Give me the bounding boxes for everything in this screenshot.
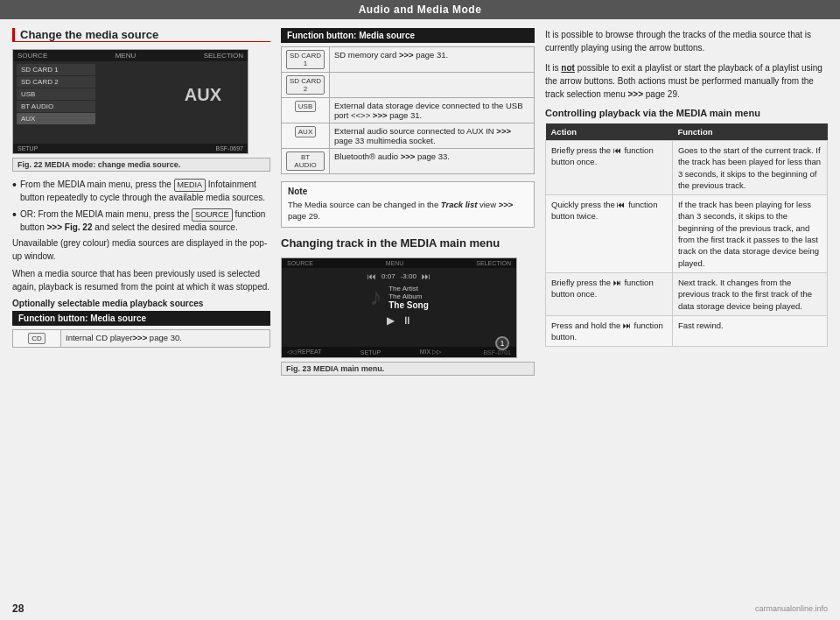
optional-title: Optionally selectable media playback sou… [12, 299, 270, 308]
setup-label-mm: SETUP [360, 349, 381, 356]
controlling-title: Controlling playback via the MEDIA main … [545, 108, 828, 118]
action-4: Press and hold the ⏭ function button. [546, 315, 673, 347]
header-bar: Audio and Media Mode [0, 0, 840, 19]
aux-text: External audio source connected to AUX I… [330, 123, 535, 149]
time-elapsed: 0:07 [382, 272, 396, 280]
media-source-screenshot: SOURCE MENU SELECTION SD CARD 1 SD CARD … [12, 49, 248, 154]
function-header: Function [672, 123, 827, 141]
time-remaining: -3:00 [401, 272, 416, 280]
aux-icon-cell: AUX [282, 123, 330, 149]
source-label: SOURCE [18, 52, 47, 60]
prev-icon: ⏮ [368, 271, 376, 281]
bt-text: Bluetooth® audio >>> page 33. [330, 149, 535, 174]
note-box: Note The Media source can be changed in … [281, 181, 535, 228]
selection-label: SELECTION [204, 52, 243, 60]
album-name: The Album [388, 292, 422, 300]
action-row-4: Press and hold the ⏭ function button. Fa… [546, 315, 828, 347]
action-row-2: Quickly press the ⏮ function button twic… [546, 195, 828, 273]
cd-icon: CD [28, 333, 46, 344]
func-box-left-label: Function button: Media source [18, 314, 146, 323]
cd-text-cell: Internal CD player>>> page 30. [61, 330, 270, 348]
usb-text: External data storage device connected t… [330, 98, 535, 123]
page-container: Audio and Media Mode Change the media so… [0, 0, 840, 620]
sd-card-1-item: SD CARD 1 [17, 64, 95, 75]
action-row-3: Briefly press the ⏭ function button once… [546, 272, 828, 315]
fig23-caption: Fig. 23 MEDIA main menu. [281, 362, 535, 376]
fig-ref-left: BSF-0697 [215, 145, 243, 151]
page-number: 28 [12, 602, 24, 615]
fig23-text: MEDIA main menu. [313, 364, 384, 373]
mm-top-bar: SOURCE MENU SELECTION [282, 258, 516, 268]
function-3: Next track. It changes from the previous… [672, 272, 827, 315]
bt-audio-item: BT AUDIO [17, 101, 95, 112]
right-column: It is possible to browse through the tra… [545, 28, 828, 590]
bt-audio-icon: BT AUDIO [286, 151, 325, 171]
function-2: If the track has been playing for less t… [672, 195, 827, 273]
left-section-title: Change the media source [12, 28, 270, 42]
aux-icon: AUX [295, 126, 316, 137]
func-row-sd2: SD CARD 2 [282, 73, 535, 98]
intro-text-1: It is possible to browse through the tra… [545, 28, 828, 54]
sd-card-1-icon: SD CARD 1 [286, 50, 325, 69]
intro-text-2: It is not possible to exit a playlist or… [545, 61, 828, 101]
action-3: Briefly press the ⏭ function button once… [546, 272, 673, 315]
func-box-mid-label: Function button: Media source [287, 31, 415, 40]
bullet-dot-1: • [12, 179, 17, 205]
note-text: The Media source can be changed in the T… [288, 199, 528, 222]
media-menu-list: SD CARD 1 SD CARD 2 USB BT AUDIO AUX [17, 64, 95, 124]
media-top-bar: SOURCE MENU SELECTION [13, 50, 248, 61]
fig-ref-mm: BSF-0701 [483, 349, 511, 356]
mm-bottom-bar: ◁◁ REPEAT SETUP MIX ▷▷ BSF-0701 [282, 347, 516, 357]
action-row-1: Briefly press the ⏮ function button once… [546, 141, 828, 195]
cd-icon-cell: CD [13, 330, 61, 348]
bt-icon-cell: BT AUDIO [282, 149, 330, 174]
func-row-usb: USB External data storage device connect… [282, 98, 535, 123]
sd2-text [330, 73, 535, 98]
function-1: Goes to the start of the current track. … [672, 141, 827, 195]
func-row-bt: BT AUDIO Bluetooth® audio >>> page 33. [282, 149, 535, 174]
usb-icon-cell: USB [282, 98, 330, 123]
fig22-text: MEDIA mode: change media source. [45, 160, 180, 169]
para-4: When a media source that has been previo… [12, 268, 270, 293]
play-controls: ▶ ⏸ [387, 314, 412, 327]
usb-icon: USB [295, 101, 316, 112]
para-2: • OR: From the MEDIA main menu, press th… [12, 208, 270, 235]
media-bottom-bar: SETUP BSF-0697 [13, 144, 248, 153]
aux-item: AUX [17, 113, 95, 124]
func-table-mid: SD CARD 1 SD memory card >>> page 31. SD… [281, 46, 535, 174]
changing-track-title: Changing track in the MEDIA main menu [281, 236, 535, 251]
sd-card-2-icon: SD CARD 2 [286, 75, 325, 95]
aux-display-label: AUX [185, 85, 221, 105]
mix-label: MIX ▷▷ [420, 349, 441, 356]
middle-column: Function button: Media source SD CARD 1 … [281, 28, 535, 590]
func-box-left: Function button: Media source [12, 311, 270, 326]
sd1-icon-cell: SD CARD 1 [282, 47, 330, 73]
func-row-sd1: SD CARD 1 SD memory card >>> page 31. [282, 47, 535, 73]
note-title: Note [288, 187, 528, 196]
next-icon: ⏭ [422, 271, 430, 281]
usb-item: USB [17, 88, 95, 100]
fig22-bold: Fig. 22 [18, 160, 43, 169]
sd1-text: SD memory card >>> page 31. [330, 47, 535, 73]
content-area: Change the media source SOURCE MENU SELE… [0, 19, 840, 599]
action-2: Quickly press the ⏮ function button twic… [546, 195, 673, 273]
media-main-screenshot: SOURCE MENU SELECTION ⏮ 0:07 -3:00 ⏭ [281, 257, 517, 358]
action-table-header-row: Action Function [546, 123, 828, 141]
song-title: The Song [388, 300, 429, 310]
para-1-text: From the MEDIA main menu, press the MEDI… [20, 179, 270, 205]
func-table-left: CD Internal CD player>>> page 30. [12, 329, 270, 348]
function-4: Fast rewind. [672, 315, 827, 347]
mm-menu-label: MENU [386, 260, 404, 266]
para-1: • From the MEDIA main menu, press the ME… [12, 179, 270, 205]
left-column: Change the media source SOURCE MENU SELE… [12, 28, 270, 590]
para-3: Unavailable (grey colour) media sources … [12, 237, 270, 263]
repeat-label: ◁◁ REPEAT [287, 349, 321, 356]
media-ui: SOURCE MENU SELECTION SD CARD 1 SD CARD … [13, 50, 248, 153]
action-1: Briefly press the ⏮ function button once… [546, 141, 673, 195]
func-row-aux: AUX External audio source connected to A… [282, 123, 535, 149]
fig23-bold: Fig. 23 [286, 364, 312, 373]
watermark: carmanualonline.info [755, 604, 828, 613]
para-2-text: OR: From the MEDIA main menu, press the … [20, 208, 270, 235]
footer: 28 carmanualonline.info [0, 599, 840, 620]
mm-source-label: SOURCE [287, 260, 313, 266]
